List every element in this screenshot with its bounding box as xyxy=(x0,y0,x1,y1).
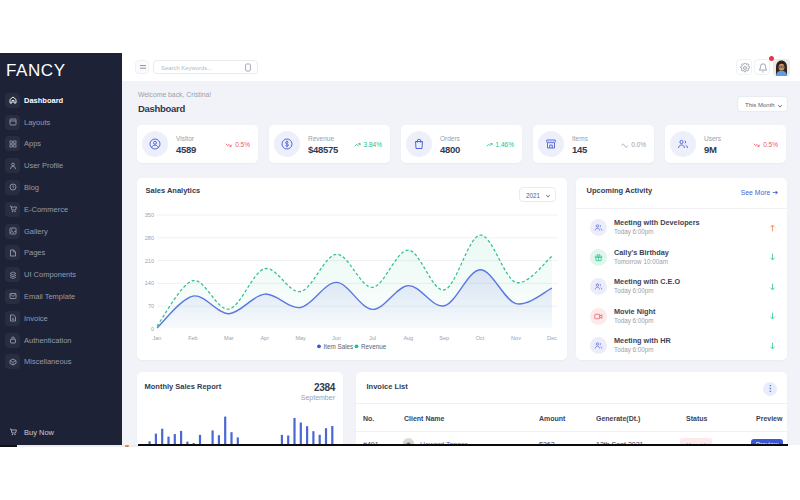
svg-text:Feb: Feb xyxy=(188,335,197,341)
svg-text:210: 210 xyxy=(145,258,154,264)
svg-text:Jul: Jul xyxy=(369,335,376,341)
svg-text:Dec: Dec xyxy=(547,335,557,341)
svg-text:140: 140 xyxy=(145,280,154,286)
svg-text:0: 0 xyxy=(151,326,154,332)
svg-text:Item Sales: Item Sales xyxy=(324,343,354,350)
svg-text:Nov: Nov xyxy=(511,335,521,341)
svg-text:Jan: Jan xyxy=(153,335,162,341)
svg-text:70: 70 xyxy=(148,303,154,309)
svg-text:Revenue: Revenue xyxy=(361,343,387,350)
svg-text:May: May xyxy=(295,335,306,341)
svg-text:Aug: Aug xyxy=(403,335,413,341)
svg-text:Jun: Jun xyxy=(332,335,341,341)
svg-text:Mar: Mar xyxy=(224,335,234,341)
svg-text:Oct: Oct xyxy=(476,335,485,341)
svg-text:Sep: Sep xyxy=(439,335,449,341)
svg-text:Apr: Apr xyxy=(260,335,269,341)
svg-text:350: 350 xyxy=(145,212,154,218)
svg-text:280: 280 xyxy=(145,235,154,241)
